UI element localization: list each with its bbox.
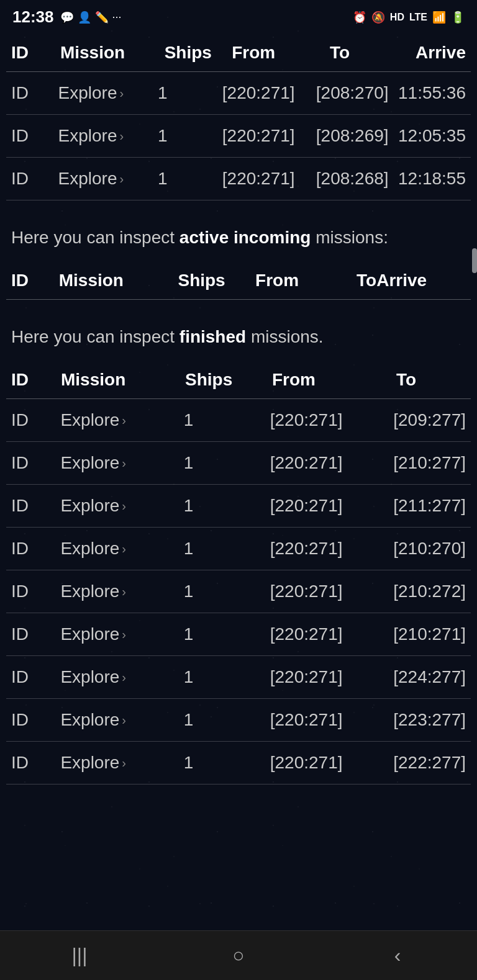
header-arrive: Arrive [416,43,466,63]
cell-to: [208:269] [316,126,398,146]
cell-from: [220:271] [270,624,393,644]
scrollbar[interactable] [472,248,477,273]
table-row[interactable]: ID Explore › 1 [220:271] [210:277] [6,442,471,485]
cell-mission: Explore › [58,169,158,189]
alarm-icon: ⏰ [353,11,366,24]
status-bar: 12:38 💬 👤 ✏️ ··· ⏰ 🔕 HD LTE 📶 🔋 [0,0,477,34]
hd-icon: HD [390,12,404,23]
incoming-bold-text: active incoming [179,228,311,247]
cell-from: [220:271] [270,453,393,473]
cell-id: ID [11,624,60,644]
header-mission: Mission [59,271,178,290]
cell-from: [220:271] [270,582,393,601]
cell-mission: Explore › [60,539,183,559]
cell-id: ID [11,582,60,601]
home-icon: ○ [232,944,244,967]
table-row[interactable]: ID Explore › 1 [220:271] [224:277] [6,656,471,699]
header-ships: Ships [185,370,272,390]
header-id: ID [11,271,59,290]
table-row[interactable]: ID Explore › 1 [220:271] [223:277] [6,699,471,742]
chevron-right-icon: › [119,129,124,143]
cell-id: ID [11,710,60,730]
header-id: ID [11,43,60,63]
table-row[interactable]: ID Explore › 1 [220:271] [210:270] [6,528,471,570]
table-row[interactable]: ID Explore › 1 [220:271] [208:270] 11:55… [6,72,471,115]
cell-id: ID [11,83,58,103]
cell-from: [220:271] [270,410,393,430]
chevron-right-icon: › [122,585,126,599]
finished-text-after: missions. [246,327,323,346]
finished-text-before: Here you can inspect [11,327,179,346]
cell-from: [220:271] [270,496,393,516]
nav-home-button[interactable]: ○ [214,937,263,974]
table-row[interactable]: ID Explore › 1 [220:271] [208:269] 12:05… [6,115,471,158]
incoming-text-after: missions: [311,228,388,247]
cell-to: [208:268] [316,169,398,189]
active-outgoing-header: ID Mission Ships From To Arrive [6,34,471,72]
header-arrive: Arrive [376,271,466,290]
cell-ships: 1 [184,539,270,559]
cell-from: [220:271] [222,126,316,146]
table-row[interactable]: ID Explore › 1 [220:271] [211:277] [6,485,471,528]
nav-recent-apps-button[interactable]: ||| [55,937,104,974]
cell-from: [220:271] [270,753,393,773]
nav-back-button[interactable]: ‹ [373,937,422,974]
cell-ships: 1 [158,83,222,103]
cell-arrive: 12:05:35 [398,126,466,146]
table-row[interactable]: ID Explore › 1 [220:271] [222:277] [6,742,471,784]
cell-ships: 1 [184,624,270,644]
chevron-right-icon: › [122,670,126,685]
cell-id: ID [11,539,60,559]
cell-to: [210:271] [393,624,466,644]
cell-from: [220:271] [270,710,393,730]
table-row[interactable]: ID Explore › 1 [220:271] [208:268] 12:18… [6,158,471,200]
header-from: From [255,271,357,290]
chevron-right-icon: › [119,86,124,101]
cell-arrive: 11:55:36 [398,83,466,103]
cell-from: [220:271] [270,539,393,559]
header-mission: Mission [60,43,165,63]
cell-to: [210:277] [393,453,466,473]
cell-id: ID [11,169,58,189]
cell-to: [224:277] [393,667,466,687]
header-ships: Ships [178,271,255,290]
incoming-text-before: Here you can inspect [11,228,179,247]
header-from: From [232,43,330,63]
cell-ships: 1 [184,667,270,687]
talk-icon: 💬 [60,11,74,24]
recent-apps-icon: ||| [72,944,88,967]
chevron-right-icon: › [122,499,126,513]
main-content: ID Mission Ships From To Arrive ID Explo… [0,34,477,930]
finished-section-text: Here you can inspect finished missions. [6,306,471,361]
table-row[interactable]: ID Explore › 1 [220:271] [209:277] [6,399,471,442]
header-id: ID [11,370,61,390]
chevron-right-icon: › [122,713,126,727]
cell-id: ID [11,126,58,146]
cell-from: [220:271] [222,169,316,189]
chevron-right-icon: › [119,172,124,186]
mute-icon: 🔕 [371,11,385,24]
cell-ships: 1 [184,453,270,473]
header-to: To [357,271,376,290]
active-outgoing-table: ID Mission Ships From To Arrive ID Explo… [6,34,471,200]
finished-table: ID Mission Ships From To ID Explore › 1 … [6,361,471,784]
cell-from: [220:271] [270,667,393,687]
cell-ships: 1 [184,582,270,601]
cell-id: ID [11,753,60,773]
cell-mission: Explore › [60,624,183,644]
cell-to: [223:277] [393,710,466,730]
cell-mission: Explore › [60,667,183,687]
cell-mission: Explore › [60,496,183,516]
signal-icon: 📶 [432,11,446,24]
cell-to: [209:277] [393,410,466,430]
cell-to: [210:272] [393,582,466,601]
cell-mission: Explore › [58,126,158,146]
chevron-right-icon: › [122,627,126,642]
cell-id: ID [11,667,60,687]
header-from: From [272,370,396,390]
table-row[interactable]: ID Explore › 1 [220:271] [210:272] [6,570,471,613]
cell-ships: 1 [184,496,270,516]
edit-icon: ✏️ [95,11,109,24]
cell-id: ID [11,410,60,430]
table-row[interactable]: ID Explore › 1 [220:271] [210:271] [6,613,471,656]
